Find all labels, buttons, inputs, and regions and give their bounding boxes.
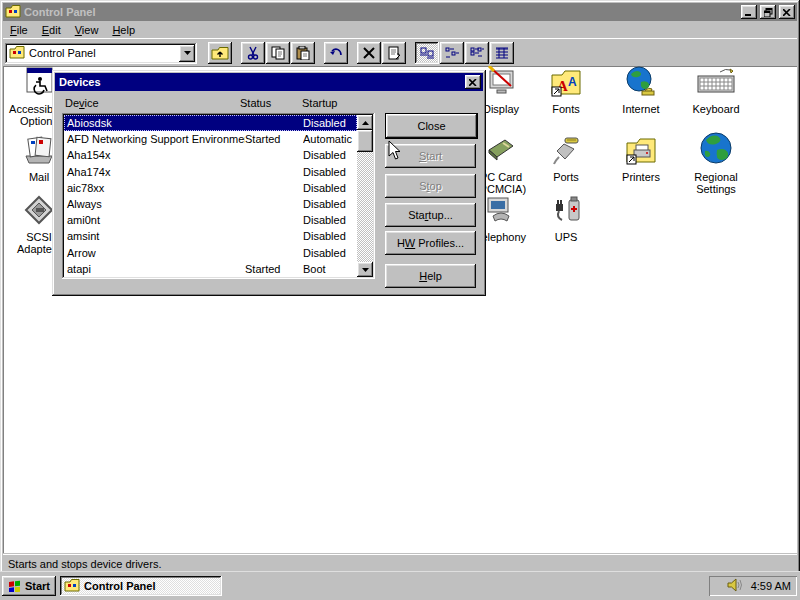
large-icons-view-button[interactable]: [415, 42, 439, 64]
toolbar-separator: [233, 42, 240, 64]
device-listbox[interactable]: Abiosdsk Disabled AFD Networking Support…: [62, 113, 375, 279]
control-panel-icon: [9, 45, 25, 61]
fonts-icon: AA: [550, 66, 582, 100]
address-value: Control Panel: [29, 47, 175, 59]
device-row[interactable]: AFD Networking Support Environmer Starte…: [64, 131, 357, 147]
dialog-titlebar: Devices: [55, 73, 483, 91]
cut-button[interactable]: [241, 42, 265, 64]
desktop-icon-fonts[interactable]: AA Fonts: [530, 66, 602, 115]
menu-file[interactable]: File: [3, 22, 35, 38]
menu-help[interactable]: Help: [105, 22, 142, 38]
close-button-label: Close: [417, 120, 445, 132]
clock[interactable]: 4:59 AM: [751, 580, 791, 592]
restore-button[interactable]: [760, 5, 776, 19]
keyboard-icon: [694, 66, 738, 100]
regional-settings-icon: [698, 130, 734, 168]
scrollbar-thumb[interactable]: [357, 130, 373, 152]
icon-label: Display: [483, 103, 519, 115]
device-row[interactable]: aic78xx Disabled: [64, 180, 357, 196]
pc-card-icon: [485, 134, 517, 168]
device-row[interactable]: amsint Disabled: [64, 228, 357, 244]
undo-button[interactable]: [324, 42, 348, 64]
ups-icon: [550, 194, 582, 228]
scroll-down-button[interactable]: [357, 262, 373, 277]
desktop-icon-printers[interactable]: Printers: [605, 134, 677, 183]
close-button[interactable]: Close: [385, 113, 478, 139]
volume-icon[interactable]: [727, 578, 743, 594]
device-name: AFD Networking Support Environmer: [64, 133, 245, 145]
menu-edit[interactable]: Edit: [35, 22, 68, 38]
dialog-close-button[interactable]: [465, 75, 481, 89]
list-view-button[interactable]: [465, 42, 489, 64]
properties-button[interactable]: [382, 42, 406, 64]
startup-button-label: Startup...: [408, 209, 453, 221]
device-row[interactable]: ami0nt Disabled: [64, 212, 357, 228]
device-startup: Disabled: [303, 166, 357, 178]
window-title: Control Panel: [24, 6, 738, 18]
start-button-taskbar[interactable]: Start: [2, 576, 56, 596]
status-text: Starts and stops device drivers.: [8, 558, 161, 570]
menu-view[interactable]: View: [68, 22, 106, 38]
telephony-icon: [485, 194, 517, 228]
device-row[interactable]: Arrow Disabled: [64, 245, 357, 261]
icon-label: Mail: [29, 171, 49, 183]
device-row[interactable]: Aha154x Disabled: [64, 147, 357, 163]
display-icon: [485, 66, 517, 100]
details-view-button[interactable]: [490, 42, 514, 64]
ports-icon: [550, 134, 582, 168]
status-bar: Starts and stops device drivers.: [3, 554, 797, 572]
mouse-cursor: [388, 140, 401, 163]
address-combobox[interactable]: Control Panel: [5, 43, 197, 64]
device-status: Started: [245, 133, 303, 145]
up-one-level-button[interactable]: [208, 42, 232, 64]
icon-label: Keyboard: [692, 103, 739, 115]
accessibility-options-icon: [23, 66, 55, 100]
desktop-icon-ports[interactable]: Ports: [530, 134, 602, 183]
icon-label: Regional Settings: [680, 171, 752, 195]
startup-button[interactable]: Startup...: [385, 203, 476, 227]
device-startup: Automatic: [303, 133, 357, 145]
desktop-icon-internet[interactable]: Internet: [605, 66, 677, 115]
task-button-control-panel[interactable]: Control Panel: [60, 576, 222, 596]
desktop-icon-keyboard[interactable]: Keyboard: [680, 66, 752, 115]
vertical-scrollbar[interactable]: [357, 115, 373, 277]
copy-button[interactable]: [266, 42, 290, 64]
device-name: ami0nt: [64, 214, 245, 226]
device-name: Abiosdsk: [64, 117, 245, 129]
delete-button[interactable]: [357, 42, 381, 64]
internet-icon: [625, 66, 657, 100]
icon-label: Ports: [553, 171, 579, 183]
device-startup: Disabled: [303, 149, 357, 161]
help-button-label: Help: [419, 270, 442, 282]
device-startup: Disabled: [303, 230, 357, 242]
combobox-dropdown-button[interactable]: [179, 45, 195, 62]
scrollbar-track[interactable]: [357, 152, 373, 262]
paste-button[interactable]: [291, 42, 315, 64]
small-icons-view-button[interactable]: [440, 42, 464, 64]
desktop-icon-regional-settings[interactable]: Regional Settings: [680, 130, 752, 195]
icon-label: UPS: [555, 231, 578, 243]
device-row[interactable]: Aha174x Disabled: [64, 164, 357, 180]
menu-bar: File Edit View Help: [3, 21, 797, 38]
hw-profiles-button-label: HW Profiles...: [397, 237, 464, 249]
hw-profiles-button[interactable]: HW Profiles...: [385, 231, 476, 255]
device-name: aic78xx: [64, 182, 245, 194]
help-button[interactable]: Help: [385, 264, 476, 288]
device-name: Arrow: [64, 247, 245, 259]
icon-label: Printers: [622, 171, 660, 183]
windows-logo-icon: [8, 579, 22, 594]
stop-button-label: Stop: [419, 180, 442, 192]
device-name: amsint: [64, 230, 245, 242]
stop-button[interactable]: Stop: [385, 174, 476, 198]
toolbar-separator: [316, 42, 323, 64]
system-tray: 4:59 AM: [709, 576, 797, 596]
device-name: Aha174x: [64, 166, 245, 178]
device-row[interactable]: Abiosdsk Disabled: [64, 115, 357, 131]
device-row[interactable]: atapi Started Boot: [64, 261, 357, 277]
scroll-up-button[interactable]: [357, 115, 373, 130]
close-button[interactable]: [779, 5, 795, 19]
minimize-button[interactable]: [741, 5, 757, 19]
device-row[interactable]: Always Disabled: [64, 196, 357, 212]
desktop-icon-ups[interactable]: UPS: [530, 194, 602, 243]
device-name: atapi: [64, 263, 245, 275]
